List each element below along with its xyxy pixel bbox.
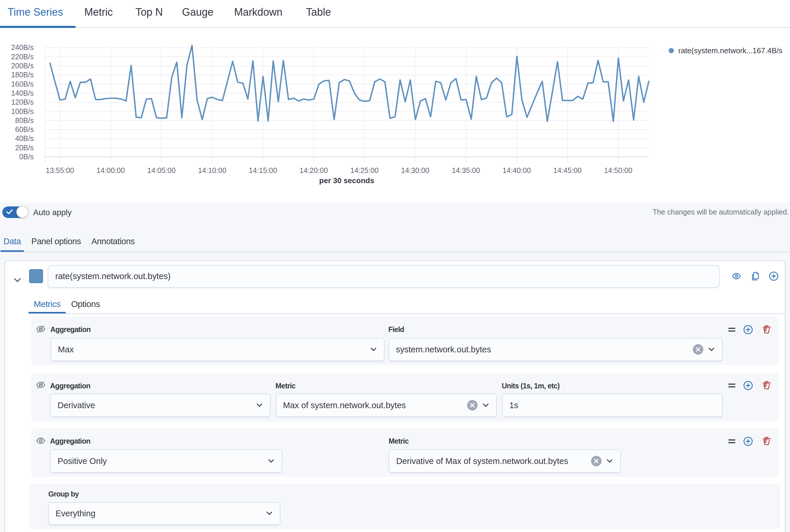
svg-text:240B/s: 240B/s (11, 43, 34, 52)
svg-text:220B/s: 220B/s (11, 53, 34, 61)
svg-text:13:55:00: 13:55:00 (46, 166, 74, 174)
svg-text:100B/s: 100B/s (11, 107, 34, 115)
svg-text:200B/s: 200B/s (11, 62, 34, 70)
svg-text:0B/s: 0B/s (19, 153, 34, 161)
svg-text:14:40:00: 14:40:00 (503, 166, 531, 174)
svg-text:14:50:00: 14:50:00 (604, 166, 632, 174)
svg-text:14:05:00: 14:05:00 (147, 166, 176, 174)
svg-text:60B/s: 60B/s (15, 125, 34, 133)
svg-text:14:25:00: 14:25:00 (350, 166, 379, 174)
svg-text:140B/s: 140B/s (11, 89, 34, 97)
svg-text:per 30 seconds: per 30 seconds (319, 176, 374, 185)
svg-text:rate(system.network...: rate(system.network... (678, 46, 753, 55)
svg-text:180B/s: 180B/s (11, 71, 34, 79)
svg-text:20B/s: 20B/s (15, 144, 34, 152)
svg-text:80B/s: 80B/s (15, 116, 34, 125)
svg-text:14:15:00: 14:15:00 (249, 166, 277, 174)
svg-text:14:45:00: 14:45:00 (553, 166, 582, 174)
svg-text:14:00:00: 14:00:00 (96, 166, 125, 174)
svg-text:14:20:00: 14:20:00 (299, 166, 328, 174)
svg-text:120B/s: 120B/s (11, 98, 34, 106)
svg-text:14:35:00: 14:35:00 (452, 166, 480, 174)
svg-text:14:30:00: 14:30:00 (401, 166, 429, 174)
svg-text:167.4B/s: 167.4B/s (752, 46, 783, 55)
svg-text:40B/s: 40B/s (15, 134, 34, 142)
svg-text:14:10:00: 14:10:00 (198, 166, 226, 174)
svg-text:160B/s: 160B/s (11, 80, 34, 88)
